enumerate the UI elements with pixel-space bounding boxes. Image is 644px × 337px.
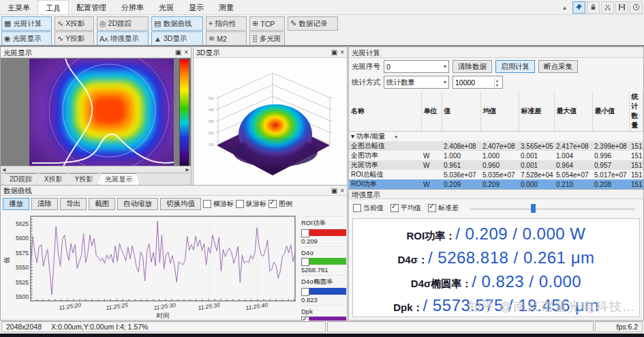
table-row[interactable]: 全图功率W1.0001.0000.0011.0040.996151 (349, 151, 643, 160)
svg-text:11:25:20: 11:25:20 (59, 302, 82, 311)
breakpoint-capture-button[interactable]: 断点采集 (538, 60, 578, 73)
collapse-toolbar-icon[interactable]: ▴ (558, 1, 571, 14)
slider-handle[interactable] (531, 204, 536, 213)
btn-y-projection[interactable]: ∿Y投影 (55, 31, 94, 46)
autoscale-button[interactable]: 自动缩放 (117, 198, 158, 210)
intensity-colorbar (179, 59, 189, 169)
filter-icon[interactable]: ▾ (395, 134, 398, 139)
screenshot-button[interactable]: 截图 (89, 198, 115, 210)
table-row[interactable]: ROI总幅值5.036e+075.035e+077.528e+045.054e+… (349, 170, 643, 179)
stat-count-input[interactable] (453, 78, 494, 87)
toggle-mean-button[interactable]: 切换均值 (160, 198, 201, 210)
btn-m2[interactable]: ≋M2 (206, 31, 247, 46)
tab-x-projection[interactable]: X投影 (37, 173, 70, 185)
current-value-checkbox[interactable]: 当前值 (353, 203, 384, 213)
svg-text:5525: 5525 (16, 279, 29, 286)
legend-checkbox[interactable] (301, 288, 309, 296)
spot-calc-panel: 光斑计算 光斑序号 0▾ 清除数据 启用计算 断点采集 统计方式 统计数量▾ ▴… (348, 46, 644, 189)
curve-icon: ∿ (57, 34, 63, 43)
enable-calc-button[interactable]: 启用计算 (495, 60, 535, 73)
group-row-power[interactable]: ▾ 功率/能量▾ (349, 132, 643, 142)
play-button[interactable]: 播放 (3, 198, 29, 210)
tab-y-projection[interactable]: Y投影 (67, 173, 100, 185)
btn-pointing[interactable]: ⌖指向性 (206, 16, 247, 31)
horizontal-scrollbar[interactable]: ◀ ▶ (1, 166, 191, 173)
v-cursor-checkbox[interactable]: 纵游标 (236, 199, 266, 209)
close-icon[interactable]: × (340, 48, 344, 57)
menu-item-resolution[interactable]: 分辨率 (114, 0, 151, 14)
clear-data-button[interactable]: 清除数据 (453, 60, 492, 73)
svg-text:11:25:40: 11:25:40 (245, 302, 269, 311)
float-icon[interactable]: ▣ (331, 186, 337, 195)
export-button[interactable]: 导出 (60, 198, 87, 210)
btn-2d-tracking[interactable]: ◎2D跟踪 (97, 16, 149, 31)
svg-text:5550: 5550 (16, 264, 29, 271)
table-row-selected[interactable]: ROI功率W0.2090.2090.0000.2100.208151 (349, 179, 643, 189)
font-size-slider[interactable] (470, 204, 639, 213)
legend-item[interactable]: ROI功率 0.209 (301, 216, 346, 246)
menu-item-display[interactable]: 显示 (181, 0, 211, 14)
3d-display-panel: 3D显示 ▣× (193, 46, 348, 190)
btn-3d-display[interactable]: ▲3D显示 (151, 31, 203, 46)
legend-checkbox[interactable] (301, 258, 309, 266)
trend-chart[interactable]: 5625 5600 5575 5550 5525 5500 11:25:20 1… (1, 212, 301, 321)
mean-value-checkbox[interactable]: 平均值 (390, 203, 421, 213)
lock-icon[interactable] (587, 1, 600, 14)
menu-item-measure[interactable]: 测量 (211, 0, 241, 14)
axis-tick-labels: 500400300200100 (209, 97, 214, 147)
scissors-icon[interactable] (601, 1, 614, 14)
btn-data-record[interactable]: ✎数据记录 (288, 16, 338, 31)
svg-text:11:25:25: 11:25:25 (106, 302, 129, 311)
float-icon[interactable]: ▣ (175, 48, 181, 57)
save-icon[interactable] (615, 1, 628, 14)
table-row[interactable]: 全图总幅值2.408e+082.407e+083.565e+052.417e+0… (349, 141, 643, 151)
tab-2d-tracking[interactable]: 2D跟踪 (2, 173, 40, 185)
table-row[interactable]: 光斑功率W0.9610.9600.0010.9640.957151 (349, 160, 643, 170)
scroll-left-icon[interactable]: ◀ (1, 167, 7, 173)
spin-down-icon[interactable]: ▾ (496, 83, 498, 87)
beam-heatmap[interactable] (29, 59, 174, 166)
pin-icon[interactable] (572, 1, 585, 14)
spin-up-icon[interactable]: ▴ (496, 78, 498, 83)
btn-multi-spot[interactable]: ⣿多光斑 (249, 31, 285, 46)
menu-item-main[interactable]: 主菜单 (0, 0, 37, 14)
menu-item-config[interactable]: 配置管理 (69, 0, 114, 14)
beam-image[interactable]: ◀ ▶ (1, 58, 191, 173)
legend-checkbox[interactable] (301, 229, 309, 237)
close-icon[interactable]: × (184, 48, 188, 57)
btn-enhanced-display[interactable]: Aᴀ增强显示 (97, 31, 149, 46)
scroll-right-icon[interactable]: ▶ (185, 167, 191, 173)
stat-count-stepper[interactable]: ▴▾ (453, 76, 503, 89)
btn-spot-calc[interactable]: ▦光斑计算 (1, 16, 52, 31)
y-axis-ticks: 5625 5600 5575 5550 5525 5500 (16, 220, 29, 301)
stat-mode-select[interactable]: 统计数量▾ (384, 76, 449, 89)
caret-down-icon[interactable]: ▾ (351, 132, 354, 140)
stddev-checkbox[interactable]: 标准差 (428, 203, 459, 213)
window-edge (0, 334, 644, 337)
menu-item-spot[interactable]: 光斑 (151, 0, 181, 14)
tab-spot-display[interactable]: 光斑显示 (97, 173, 140, 185)
menu-item-tools[interactable]: 工具 (37, 0, 69, 14)
stat-mode-label: 统计方式 (352, 78, 380, 87)
panel-title: 光斑计算 (352, 48, 380, 57)
float-icon[interactable]: ▣ (331, 48, 337, 57)
clock-icon[interactable] (630, 1, 643, 14)
clear-button[interactable]: 清除 (31, 198, 58, 210)
legend-item[interactable]: D4σ 5268.781 (301, 246, 346, 275)
table-header-row[interactable]: 名称单位 值均值 标准差最大值 最小值统计数量 (349, 91, 643, 132)
svg-text:100: 100 (209, 143, 214, 147)
btn-x-projection[interactable]: ∿X投影 (55, 16, 94, 31)
3d-surface-plot[interactable]: 500400300200100 (194, 58, 347, 189)
enhanced-display-panel: 增强显示 当前值 平均值 标准差 ROI功率：/ 0.209 / 0.000 W… (348, 189, 644, 321)
mountain-icon: ▲ (154, 35, 162, 43)
btn-data-curve[interactable]: ▤数据曲线 (151, 16, 203, 31)
record-icon: ✎ (290, 19, 296, 28)
close-icon[interactable]: × (340, 186, 344, 195)
legend-checkbox[interactable]: 图例 (269, 199, 292, 209)
panel-title: 数据曲线 (3, 186, 32, 195)
spot-index-select[interactable]: 0▾ (384, 60, 449, 73)
h-cursor-checkbox[interactable]: 横游标 (203, 199, 234, 209)
legend-item[interactable]: D4σ椭圆率 0.823 (301, 275, 346, 305)
btn-tcp[interactable]: ⊕TCP (249, 16, 285, 31)
btn-spot-display[interactable]: ◉光斑显示 (1, 31, 52, 46)
